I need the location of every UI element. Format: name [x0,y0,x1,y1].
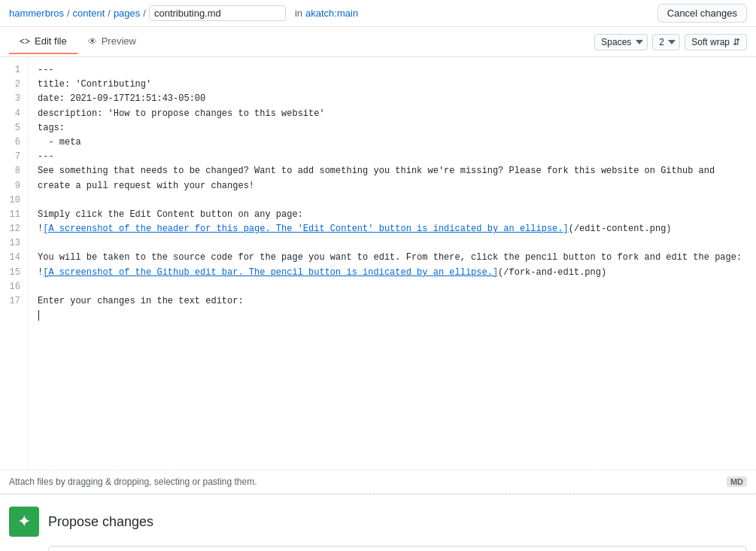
indent-type-select[interactable]: Spaces [594,34,648,50]
soft-wrap-button[interactable]: Soft wrap ⇵ [685,34,747,50]
propose-inputs [48,546,747,551]
breadcrumb: hammerbros / content / pages / in akatch… [9,5,657,21]
breadcrumb-path[interactable]: pages [114,8,140,19]
edit-icon: <> [20,36,30,47]
propose-title: Propose changes [48,514,153,530]
breadcrumb-repo[interactable]: content [73,8,105,19]
cancel-changes-button[interactable]: Cancel changes [657,4,747,23]
editor-container: 1234567891011121314151617 --- title: 'Co… [0,57,756,494]
tab-edit-label: Edit file [35,35,67,47]
soft-wrap-label: Soft wrap [691,37,730,47]
attach-text: Attach files by dragging & dropping, sel… [9,476,257,487]
soft-wrap-chevron-icon: ⇵ [733,37,740,47]
breadcrumb-sep-2: / [108,8,111,19]
tabs: <> Edit file 👁 Preview [9,29,147,54]
link-edit-content[interactable]: [A screenshot of the header for this pag… [43,224,569,234]
branch-link[interactable]: akatch:main [305,8,358,19]
top-bar: hammerbros / content / pages / in akatch… [0,0,756,27]
breadcrumb-org[interactable]: hammerbros [9,8,64,19]
propose-section: ✦ Propose changes [0,494,756,551]
commit-message-input[interactable] [48,546,747,551]
branch-prefix: in [295,8,302,19]
breadcrumb-sep-3: / [143,8,146,19]
code-editor[interactable]: --- title: 'Contributing' date: 2021-09-… [29,57,756,470]
tab-preview-label: Preview [102,35,136,47]
indent-size-select[interactable]: 2 4 8 [652,34,680,50]
md-badge: MD [727,476,747,487]
eye-icon: 👁 [88,36,97,47]
link-fork-edit[interactable]: [A screenshot of the Github edit bar. Th… [43,267,498,278]
propose-header: ✦ Propose changes [9,507,747,537]
branch-info: in akatch:main [295,8,358,19]
toolbar-right: Spaces 2 4 8 Soft wrap ⇵ [594,34,747,50]
breadcrumb-sep-1: / [67,8,70,19]
avatar: ✦ [9,507,39,537]
tab-edit[interactable]: <> Edit file [9,29,77,54]
attach-bar: Attach files by dragging & dropping, sel… [0,470,756,493]
line-numbers: 1234567891011121314151617 [0,57,29,470]
tab-preview[interactable]: 👁 Preview [77,29,147,54]
editor-content[interactable]: 1234567891011121314151617 --- title: 'Co… [0,57,756,470]
filename-input[interactable] [149,5,286,21]
tab-bar: <> Edit file 👁 Preview Spaces 2 4 8 Soft… [0,27,756,57]
